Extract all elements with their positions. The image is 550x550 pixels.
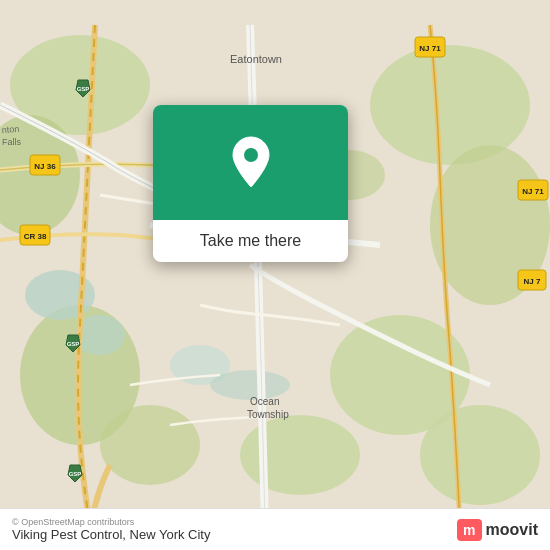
svg-text:GSP: GSP xyxy=(77,86,90,92)
svg-point-8 xyxy=(240,415,360,495)
svg-text:NJ 7: NJ 7 xyxy=(524,277,541,286)
svg-point-39 xyxy=(244,148,258,162)
map-svg: NJ 71 NJ 71 NJ 7 NJ 36 CR 38 GSP GSP GSP… xyxy=(0,0,550,550)
svg-point-9 xyxy=(420,405,540,505)
svg-text:Falls: Falls xyxy=(2,137,22,147)
svg-text:GSP: GSP xyxy=(67,341,80,347)
svg-text:nton: nton xyxy=(1,124,19,135)
svg-point-7 xyxy=(100,405,200,485)
svg-text:Township: Township xyxy=(247,409,289,420)
svg-text:NJ 36: NJ 36 xyxy=(34,162,56,171)
svg-text:Ocean: Ocean xyxy=(250,396,279,407)
moovit-m-badge: m xyxy=(457,519,481,541)
take-me-there-button[interactable]: Take me there xyxy=(153,220,348,262)
svg-point-3 xyxy=(370,45,530,165)
svg-text:NJ 71: NJ 71 xyxy=(419,44,441,53)
svg-text:GSP: GSP xyxy=(69,471,82,477)
map-container: NJ 71 NJ 71 NJ 7 NJ 36 CR 38 GSP GSP GSP… xyxy=(0,0,550,550)
svg-text:Eatontown: Eatontown xyxy=(230,53,282,65)
popup-card[interactable]: Take me there xyxy=(153,105,348,262)
moovit-logo: m moovit xyxy=(457,519,538,541)
svg-text:CR 38: CR 38 xyxy=(24,232,47,241)
bottom-left: © OpenStreetMap contributors Viking Pest… xyxy=(12,517,210,542)
location-pin-icon xyxy=(227,135,275,190)
location-name: Viking Pest Control, New York City xyxy=(12,527,210,542)
svg-text:NJ 71: NJ 71 xyxy=(522,187,544,196)
osm-attribution: © OpenStreetMap contributors xyxy=(12,517,210,527)
bottom-bar: © OpenStreetMap contributors Viking Pest… xyxy=(0,508,550,550)
popup-green-header xyxy=(153,105,348,220)
moovit-brand-name: moovit xyxy=(486,521,538,539)
